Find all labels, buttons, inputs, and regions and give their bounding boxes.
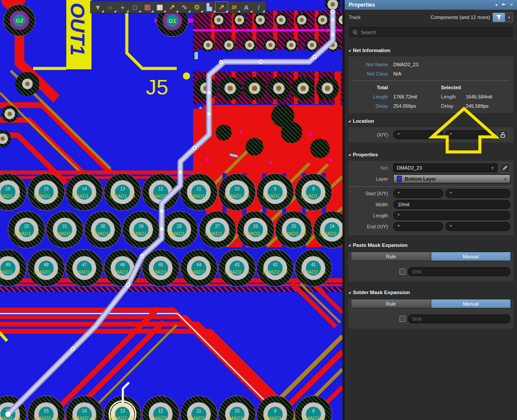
svg-text:DMAD1_27: DMAD1_27 bbox=[72, 193, 97, 199]
paste-mask-checkbox[interactable] bbox=[399, 269, 406, 275]
lock-button[interactable] bbox=[498, 130, 508, 140]
crosshair-icon[interactable]: + bbox=[117, 2, 129, 12]
paste-mask-manual-button[interactable]: Manual bbox=[431, 252, 511, 261]
search-box[interactable] bbox=[349, 27, 513, 37]
total-length-label: Length bbox=[348, 94, 393, 99]
start-x-input[interactable]: * bbox=[393, 189, 443, 198]
svg-text:DMAD1_25: DMAD1_25 bbox=[34, 193, 59, 199]
svg-text:45: 45 bbox=[158, 262, 163, 267]
svg-text:13: 13 bbox=[120, 409, 125, 413]
pcb-pad[interactable]: 41DMAD2_18 bbox=[295, 250, 332, 287]
fiducial-g2[interactable]: G2 bbox=[4, 4, 35, 36]
svg-text:29: 29 bbox=[139, 224, 144, 229]
line-icon[interactable]: / bbox=[253, 2, 265, 12]
panel-close-icon[interactable]: × bbox=[510, 2, 513, 8]
panel-menu-icon[interactable]: ▾ bbox=[495, 3, 498, 8]
pcb-pad[interactable]: 13DMAD1_29 bbox=[104, 174, 141, 211]
location-x-input[interactable]: * bbox=[393, 130, 443, 139]
object-type-label: Track bbox=[349, 15, 361, 20]
svg-text:G2: G2 bbox=[15, 17, 23, 24]
selected-length-value: 1645.584mil bbox=[466, 94, 492, 99]
svg-text:10: 10 bbox=[235, 409, 240, 413]
pcb-pad[interactable]: 25DMAD2_20 bbox=[275, 211, 312, 248]
pcb-pad[interactable]: 9DMAD1_12 bbox=[257, 174, 294, 211]
section-header-properties[interactable]: ◢ Properties bbox=[345, 151, 517, 158]
svg-text:15: 15 bbox=[44, 186, 49, 191]
svg-text:8: 8 bbox=[312, 409, 315, 413]
filter-select-icon[interactable]: ▼ bbox=[92, 2, 104, 12]
svg-text:32: 32 bbox=[24, 224, 29, 229]
magnet-snap-icon[interactable]: ∩ bbox=[104, 2, 116, 12]
svg-text:43: 43 bbox=[235, 262, 240, 267]
pcb-pad[interactable]: 14DMAD1_27 bbox=[66, 174, 103, 211]
selection-box-icon[interactable]: □ bbox=[129, 2, 141, 12]
pcb-pad[interactable]: 47DMAD1_7 bbox=[66, 250, 103, 287]
pcb-pad[interactable]: 32DMAD1_13 bbox=[8, 211, 45, 248]
svg-text:13: 13 bbox=[120, 186, 125, 191]
filter-dropdown-button[interactable]: ▼ bbox=[506, 12, 513, 23]
filter-button[interactable] bbox=[492, 12, 506, 23]
pcb-pad[interactable]: 27DMAD2_28 bbox=[199, 211, 236, 248]
pcb-pad[interactable]: 11DMAD1_6 bbox=[180, 174, 217, 211]
solder-mask-checkbox[interactable] bbox=[399, 316, 406, 322]
svg-text:49: 49 bbox=[5, 262, 11, 267]
pcb-toolbar: ▼∩+□▥▦↗∿⊙▙↗10A/ bbox=[90, 1, 266, 13]
section-header-location[interactable]: ◢ Location bbox=[345, 117, 517, 125]
layer-stack-icon[interactable]: ▥ bbox=[141, 2, 153, 12]
svg-text:41: 41 bbox=[311, 262, 316, 267]
end-y-input[interactable]: * bbox=[445, 222, 510, 231]
pcb-pad[interactable]: 31DMAD1_9 bbox=[46, 211, 83, 248]
layer-dropdown[interactable]: Bottom Layer▼ bbox=[393, 174, 510, 183]
length-input[interactable]: * bbox=[393, 211, 510, 220]
width-input[interactable]: 10mil bbox=[393, 200, 510, 209]
end-x-input[interactable]: * bbox=[393, 222, 443, 231]
svg-text:DMAD2_23: DMAD2_23 bbox=[0, 416, 20, 420]
panel-pin-icon[interactable] bbox=[502, 2, 506, 8]
solder-mask-rule-button[interactable]: Rule bbox=[351, 299, 431, 308]
pcb-pad[interactable]: 28DMAD1_2 bbox=[161, 211, 198, 248]
svg-text:DMAD2_28: DMAD2_28 bbox=[205, 231, 230, 236]
route-icon[interactable]: ↗ bbox=[166, 2, 178, 12]
edit-net-button[interactable] bbox=[500, 163, 510, 173]
pcb-canvas[interactable]: OUT1 J5 G2 G1 16DMAD1_2315DMAD1_2514DMAD… bbox=[0, 0, 342, 420]
end-xy-label: End (X/Y) bbox=[348, 224, 393, 229]
pcb-pad[interactable]: 15DMAD1_25 bbox=[27, 174, 65, 211]
pcb-pad[interactable]: 43DMAD2_26 bbox=[218, 250, 255, 287]
net-class-value: N/A bbox=[393, 71, 401, 76]
width-label: Width bbox=[348, 202, 393, 207]
pcb-pad[interactable]: 10DMAD1_10 bbox=[218, 174, 255, 211]
paste-mask-rule-button[interactable]: Rule bbox=[351, 252, 431, 261]
pcb-pad[interactable]: 30DMAD1_5 bbox=[84, 211, 122, 248]
total-length-value: 1768.72mil bbox=[393, 94, 441, 99]
search-input[interactable] bbox=[361, 30, 509, 35]
section-header-paste-mask[interactable]: ◢ Paste Mask Expansion bbox=[345, 242, 517, 249]
solder-mask-value-input[interactable]: 0mil bbox=[408, 314, 510, 323]
interactive-route-icon[interactable]: ↗ bbox=[216, 2, 228, 12]
svg-text:14: 14 bbox=[82, 409, 87, 413]
pcb-pad[interactable]: 48DMAD1_11 bbox=[27, 250, 65, 287]
pcb-pad[interactable]: 8DMAD1_14 bbox=[295, 174, 332, 211]
location-y-input[interactable]: * bbox=[445, 130, 495, 139]
svg-text:DMAD2_27: DMAD2_27 bbox=[72, 416, 97, 420]
net-dropdown[interactable]: DMAD2_23▼ bbox=[393, 163, 498, 172]
pcb-pad[interactable]: 44DMAD1_0 bbox=[180, 250, 217, 287]
layer-step-icon[interactable]: ▙ bbox=[203, 2, 215, 12]
meander-tuning-icon[interactable]: ∿ bbox=[179, 2, 190, 12]
svg-text:28: 28 bbox=[177, 224, 182, 229]
section-header-net-information[interactable]: ◢ Net Information bbox=[345, 47, 517, 54]
grid-chip-icon[interactable]: ▦ bbox=[154, 2, 166, 12]
paste-mask-value-input[interactable]: 0mil bbox=[408, 267, 510, 276]
svg-text:15: 15 bbox=[44, 409, 49, 413]
net-class-label: Net Class bbox=[348, 71, 393, 76]
section-header-solder-mask[interactable]: ◢ Solder Mask Expansion bbox=[345, 289, 517, 296]
pcb-pad[interactable]: 42DMAD2_22 bbox=[257, 250, 294, 287]
solder-mask-manual-button[interactable]: Manual bbox=[431, 299, 511, 308]
text-string-icon[interactable]: A bbox=[240, 2, 252, 12]
svg-text:DMAD1_15: DMAD1_15 bbox=[0, 269, 20, 275]
svg-text:DMAD3_0: DMAD3_0 bbox=[149, 416, 172, 420]
measure-icon[interactable]: 10 bbox=[228, 2, 240, 12]
svg-text:DMAD1_9: DMAD1_9 bbox=[53, 231, 76, 236]
via-drill-icon[interactable]: ⊙ bbox=[191, 2, 203, 12]
pcb-pad[interactable]: 26DMAD2_24 bbox=[237, 211, 274, 248]
start-y-input[interactable]: * bbox=[445, 189, 510, 198]
